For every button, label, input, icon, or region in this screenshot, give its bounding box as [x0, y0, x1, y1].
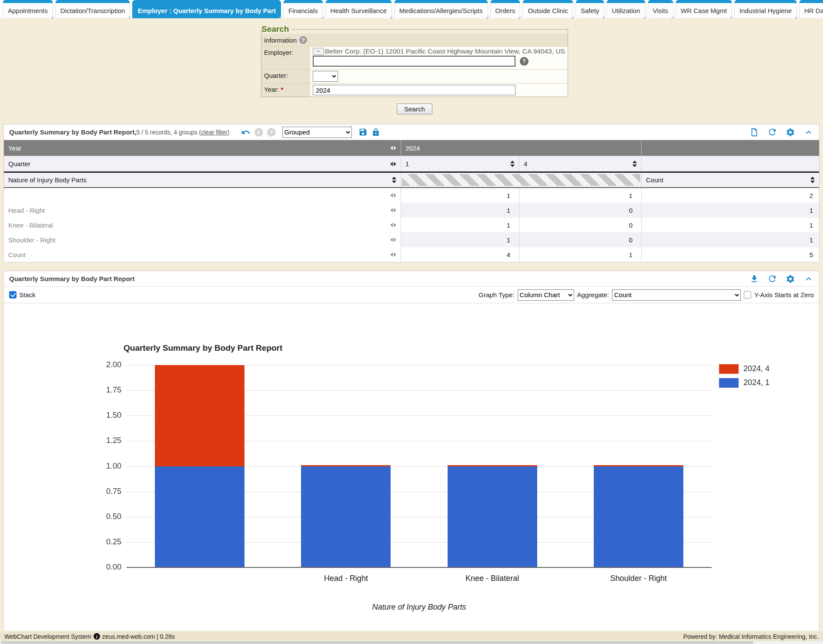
- aggregate-select[interactable]: Count: [612, 289, 741, 301]
- tab-medications-allergies-scripts[interactable]: Medications/Allergies/Scripts: [394, 0, 488, 18]
- tab-safety[interactable]: Safety: [575, 0, 605, 18]
- bar-segment[interactable]: [155, 466, 244, 568]
- sort-icon[interactable]: [510, 161, 515, 167]
- bar-segment[interactable]: [155, 365, 244, 466]
- information-label: Information: [264, 37, 297, 44]
- tabs-list: AppointmentsDictation/TranscriptionEmplo…: [3, 0, 823, 18]
- employer-input[interactable]: [313, 56, 515, 67]
- download-icon[interactable]: [749, 274, 759, 284]
- year-row-label: Year: [4, 140, 401, 156]
- horizontal-scrollbar[interactable]: [0, 641, 823, 644]
- y-axis-tick-label: 2.00: [69, 360, 121, 369]
- collapse-panel-icon[interactable]: [803, 127, 814, 138]
- information-help-icon[interactable]: ?: [299, 36, 307, 44]
- table-row: Knee - Bilateral101: [4, 218, 819, 232]
- employer-help-icon[interactable]: ?: [520, 57, 529, 66]
- stack-label: Stack: [19, 291, 36, 299]
- footer-host: zeus.med-web.com | 0.28s: [102, 633, 175, 640]
- page: AppointmentsDictation/TranscriptionEmplo…: [0, 0, 823, 644]
- footer-powered-by: Powered by: Medical Informatics Engineer…: [683, 633, 819, 640]
- refresh-icon[interactable]: [767, 127, 777, 137]
- y-axis-tick-label: 1.50: [69, 411, 121, 420]
- tab-hr-data-feed[interactable]: HR Data Feed: [799, 0, 823, 18]
- new-document-icon[interactable]: [749, 127, 759, 137]
- sort-icon[interactable]: [810, 177, 815, 183]
- y-axis-tick-label: 1.00: [69, 462, 121, 471]
- clear-filter-link[interactable]: clear filter: [201, 129, 227, 136]
- tab-financials[interactable]: Financials: [283, 0, 323, 18]
- move-column-icon[interactable]: [390, 193, 396, 198]
- bar-segment[interactable]: [594, 466, 683, 568]
- move-column-icon[interactable]: [390, 146, 396, 150]
- save-icon[interactable]: [358, 127, 368, 137]
- tab-appointments[interactable]: Appointments: [3, 0, 53, 18]
- sort-icon[interactable]: [632, 161, 637, 167]
- lock-icon[interactable]: [371, 128, 380, 137]
- graph-type-select[interactable]: Column Chart: [518, 289, 574, 301]
- bar-segment[interactable]: [301, 465, 391, 466]
- year-input[interactable]: [313, 85, 515, 95]
- report-grid: Year 2024 Quarter 1 4: [4, 140, 819, 262]
- legend-label: 2024, 4: [743, 364, 769, 373]
- tab-health-surveillance[interactable]: Health Surveillance: [325, 0, 392, 18]
- sort-icon[interactable]: [392, 177, 396, 183]
- settings-gear-icon[interactable]: [786, 274, 795, 284]
- value-cell: 0: [519, 203, 641, 218]
- yaxis-zero-checkbox[interactable]: [744, 291, 751, 299]
- aggregate-label: Aggregate:: [577, 291, 609, 299]
- bar-segment[interactable]: [301, 466, 391, 568]
- tab-orders[interactable]: Orders: [490, 0, 521, 18]
- quarter-row-label: Quarter: [4, 156, 401, 171]
- value-cell: 1: [641, 232, 819, 247]
- move-column-icon[interactable]: [390, 238, 396, 242]
- tab-wr-case-mgmt[interactable]: WR Case Mgmt: [676, 0, 732, 18]
- tab-dictation-transcription[interactable]: Dictation/Transcription: [55, 0, 130, 18]
- collapse-panel-icon[interactable]: [803, 274, 814, 284]
- report-table-meta: 5 / 5 records, 4 groups (clear filter): [137, 129, 230, 136]
- year-row: Year:*: [261, 84, 568, 97]
- table-row: Head - Right101: [4, 203, 819, 218]
- required-marker: *: [281, 86, 283, 93]
- bar-segment[interactable]: [594, 465, 683, 466]
- move-column-icon[interactable]: [390, 208, 396, 212]
- employer-remove-button[interactable]: −: [313, 48, 324, 55]
- tab-bar: AppointmentsDictation/TranscriptionEmplo…: [0, 0, 823, 18]
- y-axis-tick-label: 0.25: [69, 537, 121, 547]
- bar-segment[interactable]: [448, 466, 537, 568]
- move-column-icon[interactable]: [390, 162, 396, 166]
- y-axis-tick-label: 0.75: [69, 487, 121, 496]
- value-cell: 0: [519, 232, 641, 247]
- value-cell: 1: [401, 188, 519, 203]
- refresh-icon[interactable]: [767, 274, 777, 284]
- table-row: 112: [4, 188, 819, 203]
- nature-header-row: Nature of Injury Body Parts Count: [4, 171, 819, 188]
- settings-gear-icon[interactable]: [786, 127, 795, 137]
- tab-industrial-hygiene[interactable]: Industrial Hygiene: [734, 0, 797, 18]
- x-axis-baseline: [127, 567, 712, 568]
- undo-icon[interactable]: [241, 127, 251, 137]
- report-table-panel: Quarterly Summary by Body Part Report, 5…: [3, 124, 820, 262]
- tab-visits[interactable]: Visits: [648, 0, 674, 18]
- tab-employer-quarterly-summary-by-body-part[interactable]: Employer : Quarterly Summary by Body Par…: [132, 0, 281, 18]
- scrollbar-thumb[interactable]: [1, 641, 753, 644]
- move-column-icon[interactable]: [390, 223, 396, 227]
- next-page-icon[interactable]: [267, 128, 276, 137]
- view-mode-select[interactable]: Grouped: [282, 127, 352, 138]
- count-column-header: Count: [641, 173, 819, 187]
- move-column-icon[interactable]: [390, 252, 396, 257]
- tab-outside-clinic[interactable]: Outside Clinic: [522, 0, 573, 18]
- previous-page-icon[interactable]: [254, 128, 263, 137]
- quarter-select[interactable]: [313, 71, 338, 82]
- info-icon[interactable]: i: [94, 633, 100, 640]
- nature-column-header: Nature of Injury Body Parts: [4, 173, 401, 187]
- chart-title: Quarterly Summary by Body Part Report: [124, 343, 282, 353]
- x-axis-category-label: Knee - Bilateral: [427, 574, 558, 583]
- stack-checkbox[interactable]: [9, 291, 17, 299]
- tab-utilization[interactable]: Utilization: [606, 0, 645, 18]
- value-cell: 4: [401, 247, 519, 262]
- search-button[interactable]: Search: [397, 104, 432, 114]
- row-label-cell: Knee - Bilateral: [4, 218, 401, 232]
- bar-segment[interactable]: [448, 465, 537, 466]
- report-grid-body: 112Head - Right101Knee - Bilateral101Sho…: [4, 188, 819, 262]
- value-cell: 0: [519, 218, 641, 232]
